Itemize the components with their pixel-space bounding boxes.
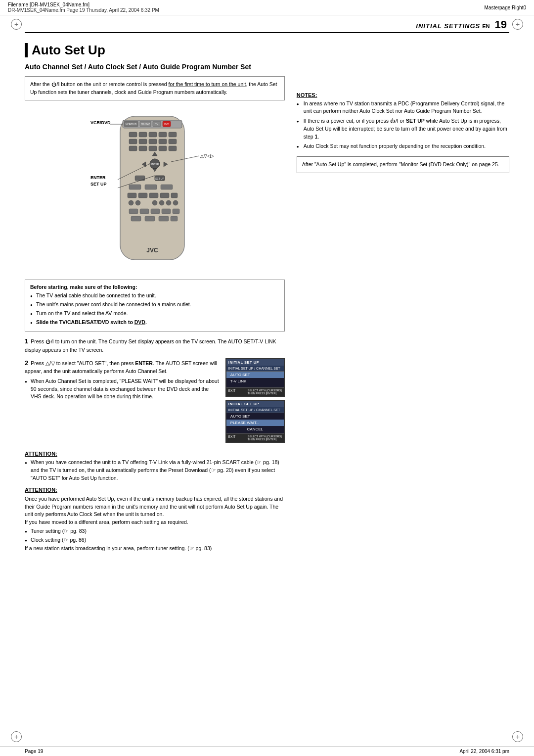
- svg-rect-14: [169, 132, 177, 137]
- enter-label: ENTER SET UP: [90, 175, 107, 187]
- filename: Filename [DR-MV1SEK_04Name.fm]: [8, 2, 159, 7]
- page-header: Filename [DR-MV1SEK_04Name.fm] DR-MV1SEK…: [0, 0, 534, 15]
- screen-header-2: INITIAL SET UP: [226, 401, 284, 407]
- screen-header-1: INITIAL SET UP: [226, 359, 284, 366]
- attention-2-list: Tuner setting (☞ pg. 83) Clock setting (…: [25, 527, 285, 544]
- page-title-row: Auto Set Up: [0, 33, 534, 57]
- svg-rect-31: [135, 176, 145, 181]
- svg-rect-12: [149, 132, 157, 137]
- svg-rect-40: [160, 193, 169, 198]
- screen-footer-select-2: SELECT WITH [CURSORS]THEN PRESS [ENTER]: [248, 435, 282, 441]
- page-subtitle: Auto Channel Set / Auto Clock Set / Auto…: [25, 62, 285, 71]
- attention-2-box: ATTENTION: Once you have performed Auto …: [25, 486, 285, 553]
- svg-rect-17: [149, 139, 157, 144]
- svg-rect-21: [139, 146, 147, 151]
- list-item: Turn on the TV and select the AV mode.: [30, 310, 279, 318]
- svg-text:DVD: DVD: [164, 123, 169, 126]
- step-2-text: 2 Press △/▽ to select "AUTO SET", then p…: [25, 358, 221, 446]
- remote-area: VCR/DVD CBL/SAT TV DVD: [25, 106, 285, 275]
- page-footer: Page 19 April 22, 2004 6:31 pm: [0, 746, 534, 756]
- svg-text:△▽◁▷: △▽◁▷: [200, 153, 214, 158]
- svg-rect-50: [151, 209, 160, 214]
- svg-rect-38: [138, 193, 147, 198]
- screen-subheader-2: INITIAL SET UP / CHANNEL SET: [226, 407, 284, 413]
- svg-rect-36: [161, 185, 173, 189]
- svg-rect-16: [139, 139, 147, 144]
- list-item: The TV aerial cable should be connected …: [30, 292, 279, 300]
- svg-rect-24: [169, 146, 177, 151]
- attention-1-title: ATTENTION:: [25, 450, 285, 458]
- attention-1-list: When you have connected the unit to a TV…: [25, 459, 285, 482]
- reg-circle-tr: [512, 19, 523, 30]
- screen-item-pleasewait: PLEASE WAIT...: [226, 420, 284, 426]
- list-item: The unit's mains power cord should be co…: [30, 301, 279, 309]
- svg-point-43: [135, 200, 140, 205]
- svg-rect-18: [159, 139, 167, 144]
- screen-footer-exit-2: EXIT: [228, 435, 235, 441]
- svg-text:CBL/SAT: CBL/SAT: [141, 123, 150, 126]
- svg-point-47: [173, 200, 178, 205]
- svg-point-42: [129, 200, 134, 205]
- svg-rect-41: [171, 193, 178, 198]
- svg-rect-51: [162, 209, 171, 214]
- page-wrapper: Filename [DR-MV1SEK_04Name.fm] DR-MV1SEK…: [0, 0, 534, 756]
- svg-rect-20: [129, 146, 137, 151]
- svg-rect-11: [139, 132, 147, 137]
- remote-container: VCR/DVD CBL/SAT TV DVD: [90, 106, 219, 275]
- notes-list: In areas where no TV station transmits a…: [297, 100, 509, 151]
- svg-text:SET UP: SET UP: [155, 177, 165, 180]
- screen-item-autoset-1: AUTO SET: [226, 372, 284, 378]
- reg-circle-br: [512, 731, 523, 742]
- screen-item-tvlink-1: T-V LINK: [226, 378, 284, 384]
- footer-page: Page 19: [25, 749, 43, 754]
- svg-rect-48: [129, 209, 138, 214]
- screen-footer-2: EXIT SELECT WITH [CURSORS]THEN PRESS [EN…: [226, 433, 284, 442]
- header-right: Masterpage:Right0: [485, 5, 527, 10]
- notes-item-2: If there is a power cut, or if you press…: [297, 117, 509, 141]
- notes-title: NOTES:: [297, 92, 509, 98]
- info-box-text: After the ⏻/I button on the unit or remo…: [30, 81, 277, 95]
- attention-2-tail: If a new station starts broadcasting in …: [25, 545, 285, 553]
- section-page-num: 19: [495, 18, 507, 31]
- svg-rect-52: [173, 209, 179, 214]
- svg-rect-54: [145, 216, 155, 221]
- attention-2-title: ATTENTION:: [25, 486, 285, 494]
- monitor-box-text: After "Auto Set Up" is completed, perfor…: [302, 161, 499, 167]
- notes-item-1: In areas where no TV station transmits a…: [297, 100, 509, 116]
- svg-rect-10: [129, 132, 137, 137]
- left-column: Auto Channel Set / Auto Clock Set / Auto…: [25, 62, 285, 557]
- screen-mockup-2: INITIAL SET UP INITIAL SET UP / CHANNEL …: [225, 400, 285, 443]
- svg-rect-35: [145, 185, 157, 189]
- list-item: Clock setting (☞ pg. 86): [25, 536, 285, 544]
- list-item: Tuner setting (☞ pg. 83): [25, 527, 285, 535]
- svg-rect-39: [149, 193, 158, 198]
- svg-rect-37: [128, 193, 136, 198]
- page-title: Auto Set Up: [25, 43, 509, 57]
- screen-item-autoset-2: AUTO SET: [226, 413, 284, 420]
- section-lang: EN: [482, 23, 490, 29]
- section-title: INITIAL SETTINGS: [416, 22, 480, 30]
- svg-rect-49: [140, 209, 149, 214]
- step-1: 1 Press ⏻/I to turn on the unit. The Cou…: [25, 336, 285, 354]
- svg-text:JVC: JVC: [146, 247, 158, 254]
- svg-text:VCR/DVD: VCR/DVD: [126, 123, 137, 126]
- notes-section: NOTES: In areas where no TV station tran…: [297, 92, 509, 151]
- screen-subheader-1: INITIAL SET UP / CHANNEL SET: [226, 366, 284, 372]
- screen-footer-select-1: SELECT WITH [CURSORS]THEN PRESS [ENTER]: [248, 389, 282, 395]
- svg-rect-22: [149, 146, 157, 151]
- reg-circle-bl: [11, 731, 22, 742]
- svg-rect-19: [169, 139, 177, 144]
- step-num-1: 1: [25, 337, 28, 345]
- step-1-text: Press ⏻/I to turn on the unit. The Count…: [25, 338, 276, 353]
- info-box: After the ⏻/I button on the unit or remo…: [25, 76, 285, 101]
- before-starting-title: Before starting, make sure of the follow…: [30, 284, 279, 290]
- step-2-screens: INITIAL SET UP INITIAL SET UP / CHANNEL …: [225, 358, 285, 446]
- step-num-2: 2: [25, 359, 28, 367]
- main-content: Auto Channel Set / Auto Clock Set / Auto…: [0, 62, 534, 557]
- svg-point-44: [152, 200, 157, 205]
- screen-footer-1: EXIT SELECT WITH [CURSORS]THEN PRESS [EN…: [226, 387, 284, 396]
- list-item: Slide the TV/CABLE/SAT/DVD switch to DVD…: [30, 319, 279, 327]
- right-column: NOTES: In areas where no TV station tran…: [297, 62, 509, 557]
- svg-rect-23: [159, 146, 167, 151]
- svg-rect-13: [159, 132, 167, 137]
